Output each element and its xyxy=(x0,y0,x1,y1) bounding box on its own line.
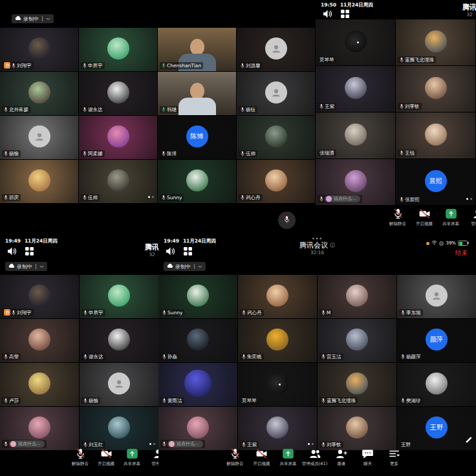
participant-name: 武心丹 xyxy=(246,195,261,200)
participant-tile[interactable]: 武心丹 xyxy=(237,160,315,203)
end-meeting-button[interactable]: 结束 xyxy=(455,249,468,257)
participant-tile[interactable]: 王紫 xyxy=(316,66,395,112)
participant-tile[interactable]: 杨愉 xyxy=(0,116,78,159)
participant-tile[interactable]: 王野王野 xyxy=(397,407,476,450)
participant-tile[interactable]: 蓝腾飞北理珠 xyxy=(318,363,396,406)
layout-grid-icon[interactable] xyxy=(184,246,192,258)
name-label: M xyxy=(319,309,332,316)
mic-muted-icon xyxy=(162,398,166,404)
video-person-head xyxy=(190,83,204,99)
participant-tile[interactable]: 北外蒋媛 xyxy=(0,72,78,115)
share-button[interactable]: 共享屏幕 xyxy=(276,448,300,466)
participant-tile[interactable]: 申辰宇 xyxy=(79,28,157,71)
avatar xyxy=(28,169,50,191)
avatar xyxy=(186,169,208,191)
participant-tile[interactable]: 武心丹 xyxy=(238,275,317,318)
share-button[interactable]: 共享屏幕 xyxy=(440,208,462,226)
participant-tile[interactable]: 李东旭 xyxy=(397,275,476,318)
my-mic-muted-button[interactable] xyxy=(278,211,296,229)
participant-tile[interactable]: 伍帅 xyxy=(237,116,315,159)
participant-tile[interactable]: 韩继 xyxy=(158,72,236,115)
participant-tile[interactable]: 樊湘珍 xyxy=(397,363,476,406)
meeting-title-truncated: 腾讯 32 xyxy=(140,244,158,257)
participant-tile[interactable]: 刘李钦 xyxy=(318,407,396,450)
avatar xyxy=(346,372,368,394)
chat-quick-input[interactable]: 说点什么... xyxy=(9,440,45,448)
speaker-icon[interactable] xyxy=(166,246,175,258)
chat-quick-input[interactable]: 说点什么... xyxy=(325,195,360,202)
meeting-title-truncated: 腾讯 32 xyxy=(457,4,476,17)
micoff-button[interactable]: 解除静音 xyxy=(69,448,92,466)
toolbar-label: 更多 xyxy=(390,461,398,466)
info-icon[interactable] xyxy=(330,241,335,250)
camoff-button[interactable]: 开启视频 xyxy=(94,448,118,466)
name-label: 张瑞清 xyxy=(318,149,336,157)
member-button[interactable]: 管理成 xyxy=(466,208,476,226)
camoff-button[interactable]: 开启视频 xyxy=(413,208,435,226)
participant-tile[interactable]: 刘翔宇 xyxy=(0,275,79,318)
participant-tile[interactable]: 刘翔宇 xyxy=(0,28,78,71)
participant-tile[interactable]: 黄雨洁 xyxy=(158,363,237,406)
participant-tile[interactable]: 晨熙张晨熙 xyxy=(396,159,475,205)
participant-tile[interactable]: 伍帅 xyxy=(79,160,157,203)
participant-tile[interactable]: 孙磊 xyxy=(158,319,237,362)
recording-badge[interactable]: 录制中 xyxy=(12,14,54,23)
participant-tile[interactable]: 王锐 xyxy=(396,113,475,158)
avatar xyxy=(266,284,288,306)
participant-tile[interactable]: 莫琴琴 xyxy=(238,363,317,406)
participant-tile[interactable]: 陈博陈博 xyxy=(158,116,236,159)
annotation-pen-icon[interactable] xyxy=(465,436,473,444)
member-button[interactable]: 管理成 xyxy=(146,448,158,466)
participant-tile[interactable]: 杨钰 xyxy=(237,72,315,115)
bottom-toolbar: 解除静音开启视频共享屏幕管理成 xyxy=(387,204,476,236)
participant-tile[interactable]: 宫玉洁 xyxy=(318,319,396,362)
participant-tile[interactable]: 说点什么... xyxy=(158,407,237,450)
participant-tile[interactable]: 高莹 xyxy=(0,319,79,362)
date: 11月24日周四 xyxy=(183,238,216,244)
invite-button[interactable]: 邀请 xyxy=(329,448,353,466)
participant-tile[interactable]: ChenshanTian xyxy=(158,28,236,71)
participant-tile[interactable]: 蓝腾飞北理珠 xyxy=(396,19,475,65)
avatar xyxy=(425,123,447,145)
more-button[interactable]: 更多 xyxy=(382,448,406,466)
participant-name: 朱奕晓 xyxy=(247,354,262,360)
invite-icon xyxy=(335,448,347,459)
camoff-button[interactable]: 开启视频 xyxy=(250,448,274,466)
participant-tile[interactable]: 申辰宇 xyxy=(80,275,158,318)
chat-button[interactable]: 聊天 xyxy=(356,448,380,466)
page-indicator-dots xyxy=(148,196,154,198)
mic-muted-icon xyxy=(162,195,166,200)
participant-tile[interactable]: 莫琴琴 xyxy=(316,19,395,65)
meeting-duration: 32:16 xyxy=(236,250,398,255)
participant-tile[interactable]: 说点什么... xyxy=(316,159,395,205)
micoff-button[interactable]: 解除静音 xyxy=(387,208,409,226)
recording-badge[interactable]: 录制中 xyxy=(164,262,206,271)
participant-tile[interactable]: 王紫 xyxy=(238,407,317,450)
members-button[interactable]: 管理成员(41) xyxy=(303,448,327,466)
recording-badge[interactable]: 录制中 xyxy=(5,262,47,271)
participant-tile[interactable]: 刘玉红 xyxy=(80,407,158,450)
layout-grid-icon[interactable] xyxy=(25,246,34,258)
participant-tile[interactable]: 谢永达 xyxy=(79,72,157,115)
speaker-icon[interactable] xyxy=(7,246,17,258)
avatar xyxy=(265,81,287,103)
participant-tile[interactable]: M xyxy=(318,275,396,318)
participant-tile[interactable]: 杨愉 xyxy=(80,363,158,406)
chat-quick-input[interactable]: 说点什么... xyxy=(168,440,203,448)
share-button[interactable]: 共享屏幕 xyxy=(120,448,144,466)
participant-tile[interactable]: 刘温馨 xyxy=(237,28,315,71)
participant-tile[interactable]: 颜萍杨颜萍 xyxy=(397,319,476,362)
participant-tile[interactable]: 郭庆 xyxy=(0,160,78,203)
participant-tile[interactable]: 卢莎 xyxy=(0,363,79,406)
participant-tile[interactable]: 朱奕晓 xyxy=(238,319,317,362)
micoff-button[interactable]: 解除静音 xyxy=(223,448,247,466)
name-label: 高莹 xyxy=(2,353,21,360)
participant-tile[interactable]: 张瑞清 xyxy=(316,113,395,158)
participant-tile[interactable]: 谢永达 xyxy=(80,319,158,362)
participant-tile[interactable]: 刘李钦 xyxy=(396,66,475,112)
participant-tile[interactable]: 说点什么... xyxy=(0,407,79,450)
participant-tile[interactable]: Sunny xyxy=(158,160,236,203)
participant-tile[interactable]: Sunny xyxy=(158,275,237,318)
chevron-down-icon xyxy=(46,16,50,22)
participant-tile[interactable]: 阿柔娜 xyxy=(79,116,157,159)
